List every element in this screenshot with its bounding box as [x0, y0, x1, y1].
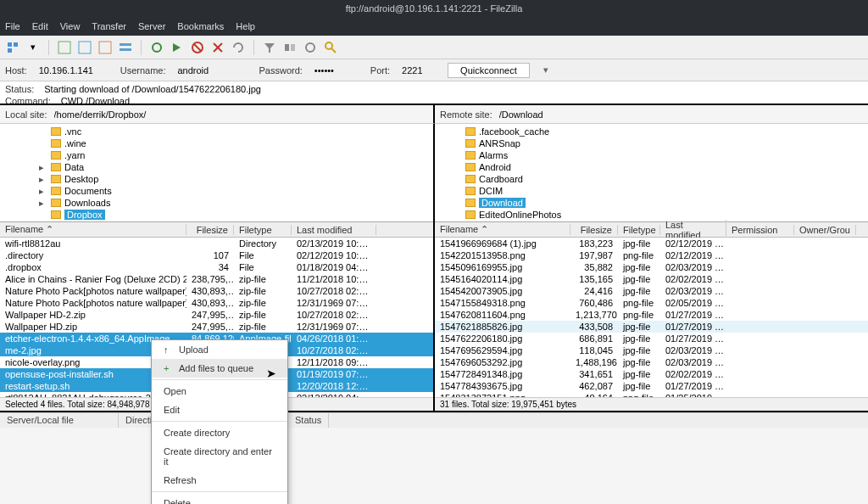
- tree-node[interactable]: ▸Desktop: [5, 173, 428, 185]
- q-status[interactable]: Status: [288, 413, 329, 428]
- toggle-queue-icon[interactable]: [118, 40, 133, 55]
- tree-node[interactable]: DCIM: [440, 185, 863, 197]
- tree-node[interactable]: ▸Data: [5, 161, 428, 173]
- cancel-icon[interactable]: [190, 40, 205, 55]
- ctx-upload[interactable]: ↑Upload: [152, 340, 287, 359]
- toggle-log-icon[interactable]: [57, 40, 72, 55]
- table-row[interactable]: Wallpaper HD-2.zip247,995,…zip-file10/27…: [0, 309, 433, 321]
- refresh-icon[interactable]: [149, 40, 164, 55]
- remote-tree[interactable]: .facebook_cacheANRSnapAlarmsAndroidCardb…: [435, 124, 868, 222]
- password-input[interactable]: [311, 64, 362, 77]
- filter-icon[interactable]: [262, 40, 277, 55]
- ctx-edit[interactable]: Edit: [152, 400, 287, 419]
- tree-node[interactable]: .facebook_cache: [440, 126, 863, 137]
- col-owner[interactable]: Owner/Grou: [794, 225, 856, 235]
- table-row[interactable]: 1545096169955.jpg35,882jpg-file02/03/201…: [435, 261, 868, 273]
- table-row[interactable]: 1547728491348.jpg341,651jpg-file02/02/20…: [435, 368, 868, 380]
- table-row[interactable]: wifi-rtl8812auDirectory02/13/2019 10:…: [0, 238, 433, 249]
- sync-browse-icon[interactable]: [303, 40, 318, 55]
- ctx-refresh[interactable]: Refresh: [152, 471, 287, 490]
- tree-node[interactable]: Alarms: [440, 149, 863, 161]
- col-lastmod[interactable]: Last modified: [660, 220, 726, 240]
- q-server[interactable]: Server/Local file: [0, 413, 119, 428]
- table-row[interactable]: .directory107File02/12/2019 10:…: [0, 249, 433, 261]
- host-input[interactable]: [36, 64, 112, 77]
- svg-rect-3: [58, 42, 70, 53]
- ctx-create-dir-enter[interactable]: Create directory and enter it: [152, 442, 287, 471]
- remote-file-list[interactable]: 1541966969684 (1).jpg183,223jpg-file02/1…: [435, 238, 868, 397]
- tree-node[interactable]: Android: [440, 161, 863, 173]
- menu-help[interactable]: Help: [236, 21, 255, 31]
- disconnect-icon[interactable]: [210, 40, 225, 55]
- quickconnect-button[interactable]: Quickconnect: [448, 63, 530, 78]
- table-row[interactable]: 1547784393675.jpg462,087jpg-file01/27/20…: [435, 380, 868, 392]
- tree-node[interactable]: Cardboard: [440, 173, 863, 185]
- col-lastmod[interactable]: Last modified: [292, 225, 376, 235]
- table-row[interactable]: 1545420073905.jpg24,416jpg-file02/03/201…: [435, 285, 868, 297]
- tree-node[interactable]: ANRSnap: [440, 137, 863, 149]
- tree-node[interactable]: EditedOnlinePhotos: [440, 209, 863, 221]
- table-row[interactable]: 1548313872151.png40,164png-file01/25/201…: [435, 392, 868, 397]
- menu-transfer[interactable]: Transfer: [92, 21, 126, 31]
- col-filename[interactable]: Filename ⌃: [0, 224, 186, 235]
- table-row[interactable]: 1547695629594.jpg118,045jpg-file02/03/20…: [435, 344, 868, 356]
- tree-node[interactable]: .vnc: [5, 126, 428, 137]
- table-row[interactable]: 1542201513958.png197,987png-file02/12/20…: [435, 249, 868, 261]
- reconnect-icon[interactable]: [231, 40, 246, 55]
- toggle-localtree-icon[interactable]: [77, 40, 92, 55]
- quickconnect-bar: Host: Username: Password: Port: Quickcon…: [0, 59, 868, 81]
- col-filetype[interactable]: Filetype: [618, 225, 660, 235]
- table-row[interactable]: 1547622206180.jpg686,891jpg-file01/27/20…: [435, 333, 868, 344]
- col-filesize[interactable]: Filesize: [570, 225, 618, 235]
- sitemanager-icon[interactable]: [5, 40, 20, 55]
- table-row[interactable]: Nature Photo Pack[photos nature wallpape…: [0, 285, 433, 297]
- port-input[interactable]: [398, 64, 432, 77]
- table-row[interactable]: 1547696053292.jpg1,488,196jpg-file02/03/…: [435, 356, 868, 368]
- col-permission[interactable]: Permission: [726, 225, 794, 235]
- ctx-open[interactable]: Open: [152, 382, 287, 400]
- menu-view[interactable]: View: [60, 21, 81, 31]
- menu-server[interactable]: Server: [138, 21, 165, 31]
- toolbar: ▾: [0, 36, 868, 59]
- tree-node[interactable]: ▸Downloads: [5, 197, 428, 209]
- log-label: Status:: [5, 84, 34, 94]
- local-site-input[interactable]: [54, 109, 428, 120]
- local-tree[interactable]: .vnc.wine.yarn▸Data▸Desktop▸Documents▸Do…: [0, 124, 433, 222]
- table-row[interactable]: Nature Photo Pack[photos nature wallpape…: [0, 297, 433, 309]
- quickconnect-dropdown-icon[interactable]: ▾: [543, 64, 548, 76]
- local-list-header: Filename ⌃ Filesize Filetype Last modifi…: [0, 222, 433, 238]
- compare-icon[interactable]: [282, 40, 298, 55]
- tree-node[interactable]: .yarn: [5, 149, 428, 161]
- table-row[interactable]: .dropbox34File01/18/2019 04:…: [0, 261, 433, 273]
- col-filesize[interactable]: Filesize: [186, 225, 234, 235]
- col-filename[interactable]: Filename ⌃: [435, 224, 570, 235]
- log-text: Starting download of /Download/154762220…: [44, 84, 261, 94]
- search-icon[interactable]: [323, 40, 338, 55]
- menu-bookmarks[interactable]: Bookmarks: [177, 21, 224, 31]
- table-row[interactable]: 1547621885826.jpg433,508jpg-file01/27/20…: [435, 321, 868, 333]
- table-row[interactable]: Alice in Chains - Ranier Fog (Deluxe 2CD…: [0, 273, 433, 285]
- table-row[interactable]: 1545164020114.jpg135,165jpg-file02/02/20…: [435, 273, 868, 285]
- process-queue-icon[interactable]: [170, 40, 185, 55]
- table-row[interactable]: Wallpaper HD.zip247,995,…zip-file12/31/1…: [0, 321, 433, 333]
- message-log[interactable]: Status:Starting download of /Download/15…: [0, 81, 868, 105]
- tree-node[interactable]: Download: [440, 197, 863, 209]
- dropdown-icon[interactable]: ▾: [25, 40, 41, 55]
- ctx-delete[interactable]: Delete: [152, 494, 287, 504]
- svg-rect-13: [285, 44, 289, 51]
- col-filetype[interactable]: Filetype: [234, 225, 292, 235]
- tree-node[interactable]: .wine: [5, 137, 428, 149]
- plus-icon: +: [164, 363, 174, 373]
- ctx-create-dir[interactable]: Create directory: [152, 423, 287, 442]
- menu-file[interactable]: File: [5, 21, 20, 31]
- tree-node[interactable]: Dropbox: [5, 209, 428, 221]
- password-label: Password:: [259, 65, 302, 76]
- table-row[interactable]: 1547155849318.png760,486png-file02/05/20…: [435, 297, 868, 309]
- table-row[interactable]: 1541966969684 (1).jpg183,223jpg-file02/1…: [435, 238, 868, 249]
- tree-node[interactable]: ▸Documents: [5, 185, 428, 197]
- table-row[interactable]: 1547620811604.png1,213,770png-file01/27/…: [435, 309, 868, 321]
- username-input[interactable]: [174, 64, 250, 77]
- toggle-remotetree-icon[interactable]: [97, 40, 113, 55]
- remote-site-input[interactable]: [499, 109, 863, 120]
- menu-edit[interactable]: Edit: [32, 21, 48, 31]
